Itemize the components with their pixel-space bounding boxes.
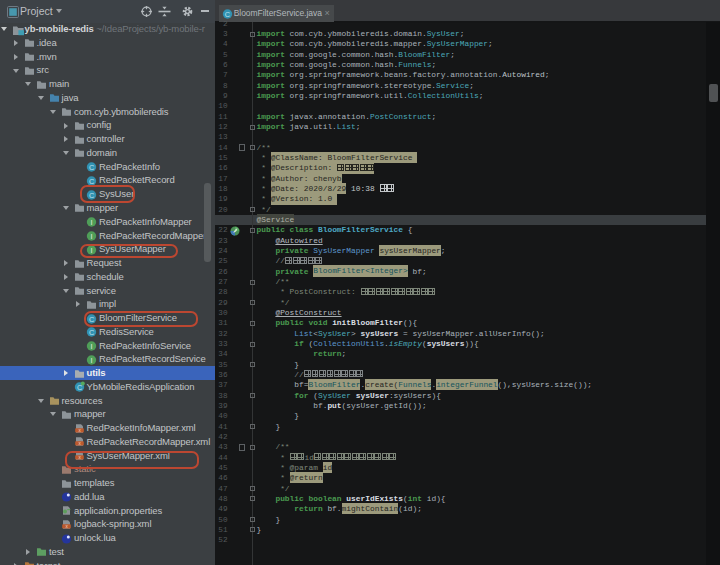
svg-text:I: I [91, 232, 93, 241]
svg-text:C: C [89, 328, 95, 337]
svg-text:C: C [89, 163, 95, 172]
svg-text:I: I [91, 218, 93, 227]
svg-text:C: C [225, 9, 231, 18]
svg-text:I: I [91, 355, 93, 364]
svg-text:I: I [91, 342, 93, 351]
